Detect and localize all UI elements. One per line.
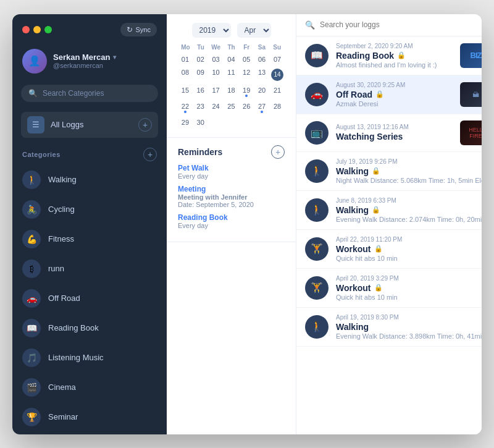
cal-day-01[interactable]: 01 [178, 53, 193, 66]
reminder-name: Meeting [178, 185, 285, 193]
cal-day-14[interactable]: 14 [270, 66, 285, 83]
cal-day-07[interactable]: 07 [270, 53, 285, 66]
cal-day-05[interactable]: 05 [239, 53, 254, 66]
cal-day-21[interactable]: 21 [270, 84, 285, 99]
cal-day-30[interactable]: 30 [193, 116, 208, 129]
cal-day-16[interactable]: 16 [193, 84, 208, 99]
cat-icon-seminar: 🏆 [22, 408, 41, 426]
log-search-bar: 🔍 [296, 14, 482, 36]
reminder-item[interactable]: Pet WalkEvery day [178, 164, 285, 180]
cal-day-28[interactable]: 28 [270, 100, 285, 116]
log-body-5: June 8, 2019 6:33 PM Walking 🔒 Evening W… [336, 197, 482, 223]
main-content: 2019 Apr MoTuWeThFrSaSu 0102030405060708… [167, 14, 482, 434]
cal-day-09[interactable]: 09 [193, 66, 208, 83]
sidebar-item-cycling[interactable]: 🚴 Cycling [12, 195, 167, 224]
add-logg-button[interactable]: + [138, 118, 152, 132]
add-reminder-button[interactable]: + [271, 145, 285, 159]
log-icon-7: 🏋 [305, 276, 329, 300]
all-loggs-left: ☰ All Loggs [27, 116, 83, 133]
chevron-icon: ▾ [113, 54, 116, 61]
log-body-1: September 2, 2020 9:20 AM Reading Book 🔒… [336, 43, 453, 69]
sidebar-item-walking[interactable]: 🚶 Walking [12, 165, 167, 195]
sidebar-item-runn[interactable]: ₿ runn [12, 254, 167, 284]
cal-day-23[interactable]: 23 [193, 100, 208, 116]
reminder-name: Reading Book [178, 213, 285, 222]
cal-dayname-we: We [208, 44, 224, 51]
sidebar-item-music[interactable]: 🎵 Listening Music [12, 343, 167, 373]
cal-day-29[interactable]: 29 [178, 116, 193, 129]
cal-day-20[interactable]: 20 [254, 84, 269, 99]
sidebar-item-seminar[interactable]: 🏆 Seminar [12, 402, 167, 432]
cal-day-18[interactable]: 18 [224, 84, 239, 99]
cal-days-header: MoTuWeThFrSaSu [178, 44, 285, 51]
log-subtitle: Azmak Deresi [336, 100, 453, 108]
log-section: 🔍 📖 September 2, 2020 9:20 AM Reading Bo… [296, 14, 482, 434]
search-placeholder: Search Categories [43, 89, 104, 98]
minimize-dot[interactable] [33, 26, 41, 33]
cal-day-06[interactable]: 06 [254, 53, 269, 66]
cal-dot-19 [245, 95, 248, 97]
log-item-5[interactable]: 🚶 June 8, 2019 6:33 PM Walking 🔒 Evening… [296, 191, 482, 230]
all-loggs-row[interactable]: ☰ All Loggs + [21, 112, 158, 138]
maximize-dot[interactable] [44, 26, 52, 33]
sidebar-item-reading[interactable]: 📖 Reading Book [12, 313, 167, 343]
cal-day-27[interactable]: 27 [254, 100, 269, 116]
log-item-8[interactable]: 🚶 April 19, 2019 8:30 PM Walking Evening… [296, 308, 482, 347]
cal-day-08[interactable]: 08 [178, 66, 193, 83]
cal-day-12[interactable]: 12 [239, 66, 254, 83]
log-title: Reading Book 🔒 [336, 51, 453, 61]
cal-day-17[interactable]: 17 [209, 84, 224, 99]
cal-day-22[interactable]: 22 [178, 100, 193, 116]
user-name: Serkan Mercan ▾ [53, 53, 116, 62]
search-bar[interactable]: 🔍 Search Categories [21, 85, 158, 102]
close-dot[interactable] [22, 26, 30, 33]
cal-day-13[interactable]: 13 [254, 66, 269, 83]
sidebar-item-wseries[interactable]: 📺 Watching Series [12, 432, 167, 434]
user-profile[interactable]: 👤 Serkan Mercan ▾ @serkanmercan [12, 43, 167, 80]
log-body-8: April 19, 2019 8:30 PM Walking Evening W… [336, 314, 482, 340]
log-title: Workout 🔒 [336, 244, 482, 254]
reminder-item[interactable]: MeetingMeeting with JenniferDate: Septem… [178, 185, 285, 208]
cal-day-25[interactable]: 25 [224, 100, 239, 116]
year-select[interactable]: 2019 [192, 23, 231, 38]
cal-day-11[interactable]: 11 [224, 66, 239, 83]
sidebar-item-cinema[interactable]: 🎬 Cinema [12, 373, 167, 402]
reminder-item[interactable]: Reading BookEvery day [178, 213, 285, 229]
cal-day-03[interactable]: 03 [209, 53, 224, 66]
cal-dayname-th: Th [224, 44, 239, 51]
log-item-2[interactable]: 🚗 August 30, 2020 9:25 AM Off Road 🔒 Azm… [296, 75, 482, 114]
sidebar-item-fitness[interactable]: 💪 Fitness [12, 224, 167, 254]
cal-day-10[interactable]: 10 [209, 66, 224, 83]
log-search-input[interactable] [320, 20, 482, 29]
reminders-header: Reminders + [178, 145, 285, 159]
cal-day-24[interactable]: 24 [209, 100, 224, 116]
reminders-title: Reminders [178, 147, 222, 157]
log-item-3[interactable]: 📺 August 13, 2019 12:16 AM Watching Seri… [296, 114, 482, 152]
categories-label: Categories [22, 151, 61, 158]
cal-day-19[interactable]: 19 [239, 84, 254, 99]
log-item-1[interactable]: 📖 September 2, 2020 9:20 AM Reading Book… [296, 36, 482, 75]
log-icon-1: 📖 [305, 44, 329, 67]
cat-name-offroad: Off Road [48, 294, 80, 303]
sync-button[interactable]: ↻ Sync [120, 23, 157, 36]
cal-day-02[interactable]: 02 [193, 53, 208, 66]
cal-day-26[interactable]: 26 [239, 100, 254, 116]
log-thumb: 🏔 [460, 82, 482, 107]
cal-day-04[interactable]: 04 [224, 53, 239, 66]
month-select[interactable]: Apr [237, 23, 271, 38]
cat-icon-music: 🎵 [22, 349, 41, 367]
log-item-7[interactable]: 🏋 April 20, 2019 3:29 PM Workout 🔒 Quick… [296, 269, 482, 308]
cal-nav: 2019 Apr [178, 23, 285, 38]
sidebar-item-offroad[interactable]: 🚗 Off Road [12, 284, 167, 313]
log-item-6[interactable]: 🏋 April 22, 2019 11:20 PM Workout 🔒 Quic… [296, 230, 482, 269]
cat-name-music: Listening Music [48, 353, 104, 362]
add-category-button[interactable]: + [143, 148, 157, 161]
cat-icon-cycling: 🚴 [22, 200, 41, 219]
cal-day-15[interactable]: 15 [178, 84, 193, 99]
cat-name-cycling: Cycling [48, 205, 75, 214]
calendar-section: 2019 Apr MoTuWeThFrSaSu 0102030405060708… [167, 14, 296, 138]
cat-name-reading: Reading Book [48, 323, 99, 332]
log-subtitle: Evening Walk Distance: 2.074km Time: 0h,… [336, 216, 482, 223]
log-body-3: August 13, 2019 12:16 AM Watching Series [336, 124, 453, 142]
log-item-4[interactable]: 🚶 July 19, 2019 9:26 PM Walking 🔒 Night … [296, 152, 482, 191]
